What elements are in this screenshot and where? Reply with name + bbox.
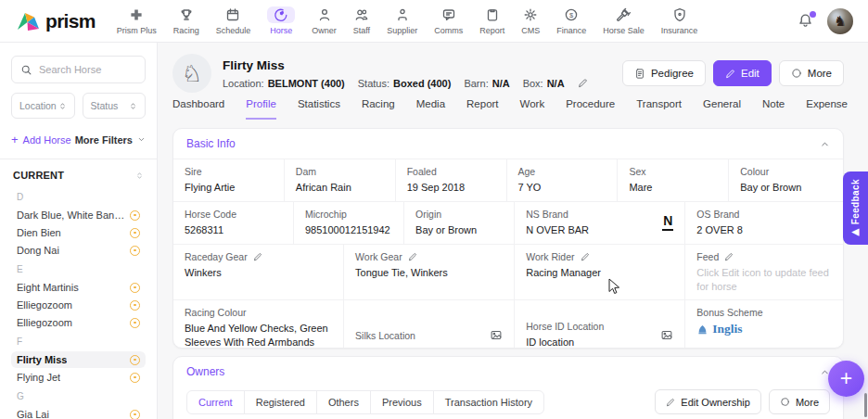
image-icon[interactable] <box>490 329 503 341</box>
nav-label: Racing <box>173 26 199 35</box>
nav-label: Prism Plus <box>117 26 157 35</box>
tab-transport[interactable]: Transport <box>636 98 682 120</box>
owners-toolbar-buttons: Edit Ownership More <box>655 389 830 414</box>
gavel-icon <box>616 6 631 23</box>
nav-item-owner[interactable]: Owner <box>303 6 345 35</box>
nav-item-comms[interactable]: Comms <box>426 6 471 35</box>
search-icon <box>20 64 32 76</box>
ns-brand-symbol: N <box>662 214 673 231</box>
owners-title: Owners <box>186 365 224 378</box>
status-select-label: Status <box>91 100 119 111</box>
pencil-icon[interactable] <box>724 252 734 261</box>
add-horse-button[interactable]: +Add Horse <box>11 133 71 146</box>
list-item-horse[interactable]: Dien Bien <box>11 224 146 241</box>
tab-expense[interactable]: Expense <box>806 98 848 120</box>
nav-item-prism-plus[interactable]: Prism Plus <box>108 6 165 35</box>
user-avatar[interactable]: ♞ <box>827 8 853 34</box>
list-item-horse[interactable]: Elliegozoom <box>11 314 146 331</box>
nav-item-horse[interactable]: Horse <box>259 6 303 35</box>
nav-item-racing[interactable]: Racing <box>165 6 208 35</box>
horse-avatar: ♘ <box>172 54 211 93</box>
status-circle-icon <box>130 355 140 365</box>
tab-media[interactable]: Media <box>416 98 445 120</box>
tab-general[interactable]: General <box>703 98 741 120</box>
scrollbar-thumb[interactable] <box>864 393 867 417</box>
list-item-horse[interactable]: Dark Blue, White Band, Armbands, Red... <box>11 207 146 223</box>
edit-button[interactable]: Edit <box>713 60 772 86</box>
tab-racing[interactable]: Racing <box>362 98 395 120</box>
owners-tab-registered[interactable]: Registered <box>244 390 317 414</box>
list-item-horse[interactable]: Dong Nai <box>11 242 146 259</box>
owners-tab-current[interactable]: Current <box>186 390 245 414</box>
status-circle-icon <box>130 228 140 238</box>
pencil-icon <box>725 69 735 79</box>
document-icon <box>634 68 645 80</box>
owners-tab-previous[interactable]: Previous <box>370 390 434 414</box>
nav-item-schedule[interactable]: Schedule <box>208 6 260 35</box>
field-dam: DamAfrican Rain <box>285 159 396 201</box>
nav-label: Staff <box>353 26 370 35</box>
tab-statistics[interactable]: Statistics <box>298 98 340 120</box>
person-icon <box>317 6 332 23</box>
tab-work[interactable]: Work <box>520 98 545 120</box>
location-select[interactable]: Location <box>11 93 75 119</box>
nav-label: Supplier <box>387 26 417 35</box>
chevron-down-icon <box>137 135 146 144</box>
collapse-chevron-up-icon[interactable] <box>820 139 830 149</box>
edit-ownership-button[interactable]: Edit Ownership <box>655 389 761 414</box>
sort-icon[interactable] <box>135 171 144 181</box>
list-item-horse[interactable]: Flying Jet <box>11 369 146 386</box>
list-item-horse[interactable]: Elliegozoom <box>11 297 146 313</box>
pencil-icon <box>666 398 675 407</box>
status-value: Boxed (400) <box>393 78 451 89</box>
nav-item-cms[interactable]: CMS <box>513 6 548 35</box>
nav-item-finance[interactable]: $ Finance <box>548 6 594 35</box>
feedback-tab[interactable]: ▶ Feedback <box>843 171 868 245</box>
more-filters-button[interactable]: More Filters <box>75 134 146 146</box>
nav-item-horse-sale[interactable]: Horse Sale <box>594 6 653 35</box>
field-age: Age7 YO <box>507 159 619 201</box>
topbar-right: ♞ <box>798 8 853 34</box>
tab-profile[interactable]: Profile <box>246 98 276 120</box>
owners-header: Owners <box>173 357 843 387</box>
owners-more-button[interactable]: More <box>769 389 830 414</box>
image-icon[interactable] <box>660 329 673 341</box>
pencil-icon[interactable] <box>581 252 590 261</box>
tab-note[interactable]: Note <box>762 98 785 120</box>
current-section-title: CURRENT <box>13 170 64 181</box>
search-horse-box[interactable] <box>11 56 146 83</box>
nav-item-staff[interactable]: Staff <box>345 6 378 35</box>
nav-item-report[interactable]: Report <box>471 6 513 35</box>
notifications-button[interactable] <box>798 13 813 29</box>
floating-add-button[interactable]: + <box>828 361 864 397</box>
main-nav: Prism Plus Racing Schedule Horse Owner S… <box>108 6 707 35</box>
pencil-icon[interactable] <box>408 252 417 261</box>
tab-dashboard[interactable]: Dashboard <box>172 98 224 120</box>
pedigree-button[interactable]: Pedigree <box>622 60 706 86</box>
pencil-icon[interactable] <box>253 252 262 261</box>
status-circle-icon <box>130 410 140 419</box>
field-microchip: Microchip985100012151942 <box>294 202 404 244</box>
field-horse-code: Horse Code5268311 <box>173 202 294 244</box>
edit-meta-pencil-icon[interactable] <box>578 78 588 88</box>
basic-info-title: Basic Info <box>186 137 236 150</box>
main-content: ♘ Flirty Miss Location:BELMONT (400) Sta… <box>158 43 868 419</box>
prism-logo[interactable]: prism <box>17 10 96 32</box>
field-feed: Feed Click Edit icon to update feed for … <box>685 245 843 300</box>
horse-list-sidebar: Location Status +Add Horse More Filters … <box>0 43 158 419</box>
list-item-horse-selected[interactable]: Flirty Miss <box>11 351 146 368</box>
nav-item-insurance[interactable]: Insurance <box>653 6 707 35</box>
list-item-horse[interactable]: Eight Martinis <box>11 279 146 296</box>
more-button[interactable]: More <box>779 60 844 86</box>
owners-tab-others[interactable]: Others <box>316 390 371 414</box>
list-item-horse[interactable]: Gia Lai <box>11 406 146 419</box>
nav-item-supplier[interactable]: Supplier <box>378 6 426 35</box>
status-select[interactable]: Status <box>83 93 147 119</box>
box-value: N/A <box>547 78 565 89</box>
tab-procedure[interactable]: Procedure <box>566 98 615 120</box>
barn-value: N/A <box>492 78 510 89</box>
tab-report[interactable]: Report <box>466 98 499 120</box>
search-input[interactable] <box>39 64 136 75</box>
inglis-logo-text: Inglis <box>712 322 742 336</box>
owners-tab-transaction-history[interactable]: Transaction History <box>433 390 544 414</box>
